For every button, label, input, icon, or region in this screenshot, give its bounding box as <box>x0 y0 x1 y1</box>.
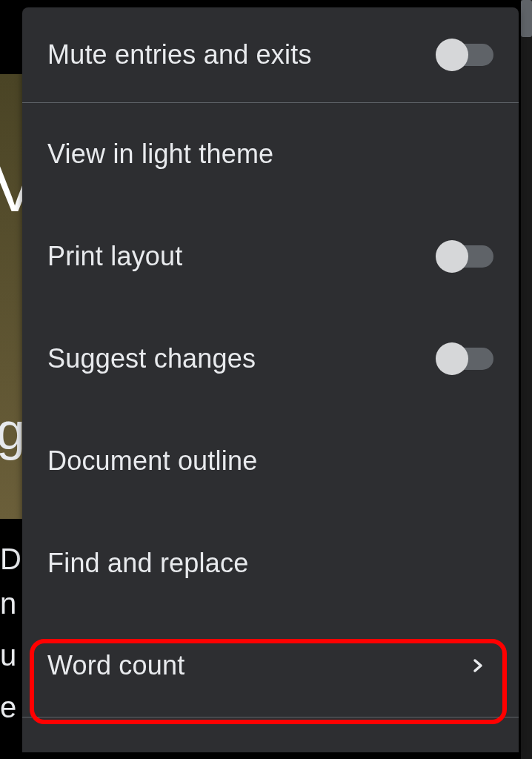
toggle-mute-entries-exits[interactable] <box>437 44 493 66</box>
settings-menu: Mute entries and exits View in light the… <box>22 7 519 752</box>
menu-label: Mute entries and exits <box>47 39 312 70</box>
menu-label: View in light theme <box>47 139 273 170</box>
chevron-right-icon <box>468 657 486 675</box>
menu-label: Print layout <box>47 241 183 272</box>
menu-label: Document outline <box>47 445 257 477</box>
scrollbar-thumb[interactable] <box>521 0 532 37</box>
menu-item-suggest-changes[interactable]: Suggest changes <box>22 308 519 410</box>
menu-label: Suggest changes <box>47 343 256 374</box>
menu-label: Find and replace <box>47 548 248 579</box>
toggle-print-layout[interactable] <box>437 245 493 268</box>
menu-item-view-light-theme[interactable]: View in light theme <box>22 103 519 205</box>
toggle-thumb <box>436 342 468 375</box>
toggle-suggest-changes[interactable] <box>437 348 493 370</box>
menu-item-word-count[interactable]: Word count <box>22 614 519 717</box>
background-text: u <box>0 637 16 673</box>
toggle-thumb <box>436 240 468 273</box>
toggle-thumb <box>436 39 468 71</box>
divider <box>22 717 519 717</box>
menu-label: Word count <box>47 650 184 681</box>
background-text: n <box>0 586 16 621</box>
menu-item-document-outline[interactable]: Document outline <box>22 410 519 512</box>
background-text: e <box>0 689 16 725</box>
background-text: g <box>0 400 25 463</box>
menu-item-find-replace[interactable]: Find and replace <box>22 512 519 614</box>
menu-item-print-layout[interactable]: Print layout <box>22 205 519 308</box>
menu-item-mute-entries-exits[interactable]: Mute entries and exits <box>22 7 519 102</box>
background-text: D <box>0 541 21 577</box>
scrollbar-track[interactable] <box>521 0 532 759</box>
